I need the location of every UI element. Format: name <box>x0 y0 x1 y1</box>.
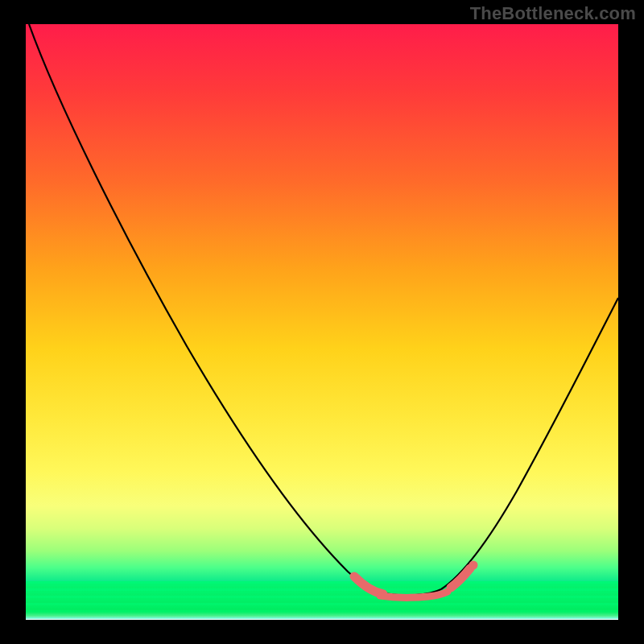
bottleneck-curve <box>26 24 618 620</box>
plot-area <box>26 24 618 620</box>
highlight-left <box>354 576 383 594</box>
highlight-dot-right <box>469 561 478 570</box>
curve-left-arm <box>29 24 382 592</box>
chart-frame: TheBottleneck.com <box>0 0 644 644</box>
curve-right-arm <box>441 298 618 589</box>
watermark-text: TheBottleneck.com <box>470 3 636 24</box>
highlight-floor <box>380 592 448 597</box>
